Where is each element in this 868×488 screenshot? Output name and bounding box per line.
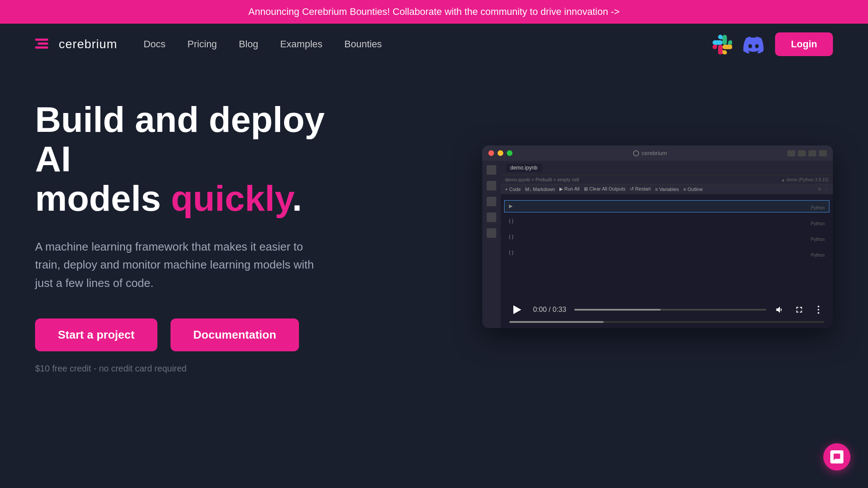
login-button[interactable]: Login bbox=[775, 32, 833, 56]
progress-fill bbox=[574, 309, 661, 311]
logo-text: cerebrium bbox=[59, 37, 117, 51]
svg-point-4 bbox=[818, 306, 819, 308]
credit-text: $10 free credit - no credit card require… bbox=[35, 364, 351, 374]
python-version: ▲ demo (Python 3.9.15) bbox=[781, 177, 829, 182]
ide-tab-active[interactable]: demo.ipynb bbox=[506, 163, 542, 172]
nav-link-bounties[interactable]: Bounties bbox=[345, 39, 382, 50]
cell-run-btn-1[interactable]: ▶ bbox=[509, 203, 512, 209]
ide-area: demo.ipynb demo.ipynb > Prebuilt > empty… bbox=[482, 161, 833, 328]
svg-rect-1 bbox=[38, 42, 48, 45]
cell-lang-1: Python bbox=[811, 205, 825, 210]
chat-icon bbox=[830, 450, 843, 463]
code-line-2 bbox=[517, 218, 807, 226]
window-ctrl-1 bbox=[787, 150, 795, 156]
play-icon bbox=[513, 305, 521, 314]
toolbar-restart[interactable]: ↺ Restart bbox=[630, 186, 651, 192]
video-full-progress[interactable] bbox=[509, 321, 824, 323]
ide-sidebar-icon-2 bbox=[487, 181, 496, 191]
svg-point-5 bbox=[818, 309, 819, 311]
toolbar-outline[interactable]: ≡ Outline bbox=[683, 187, 703, 192]
svg-point-3 bbox=[633, 151, 639, 156]
video-progress-played bbox=[509, 321, 604, 323]
breadcrumb: demo.ipynb > Prebuilt > empty cell bbox=[505, 177, 579, 182]
cell-brackets-4: { } bbox=[509, 250, 513, 255]
svg-point-6 bbox=[818, 312, 819, 314]
window-ctrl-3 bbox=[808, 150, 816, 156]
demo-window: cerebrium bbox=[482, 145, 833, 328]
toolbar-code[interactable]: + Code bbox=[505, 187, 521, 192]
video-progress-bar[interactable] bbox=[574, 309, 766, 311]
nav-links: Docs Pricing Blog Examples Bounties bbox=[143, 39, 382, 50]
chat-widget[interactable] bbox=[823, 443, 850, 470]
ide-sidebar bbox=[482, 161, 501, 328]
window-ctrl-2 bbox=[798, 150, 806, 156]
hero-demo: cerebrium bbox=[482, 145, 833, 328]
window-controls bbox=[787, 150, 827, 156]
breadcrumb-bar: demo.ipynb > Prebuilt > empty cell ▲ dem… bbox=[501, 175, 833, 184]
ide-tabs: demo.ipynb bbox=[501, 161, 833, 175]
cell-lang-3: Python bbox=[811, 237, 825, 242]
cell-brackets-3: { } bbox=[509, 234, 513, 239]
time-display: 0:00 / 0:33 bbox=[533, 306, 566, 314]
window-title: cerebrium bbox=[633, 150, 667, 156]
nav-link-blog[interactable]: Blog bbox=[239, 39, 258, 50]
hero-buttons: Start a project Documentation bbox=[35, 318, 351, 351]
hero-title-highlight: quickly bbox=[171, 178, 292, 218]
cell-brackets-2: { } bbox=[509, 218, 513, 223]
volume-icon[interactable] bbox=[774, 304, 786, 315]
toolbar-clear-outputs[interactable]: ⊠ Clear All Outputs bbox=[584, 186, 626, 192]
hero-content: Build and deploy AI models quickly. A ma… bbox=[35, 100, 351, 374]
ide-code-area: ▶ Python { } Python { } bbox=[501, 194, 833, 295]
ide-toolbar: + Code M↓ Markdown ▶ Run All ⊠ Clear All… bbox=[501, 184, 833, 194]
hero-section: Build and deploy AI models quickly. A ma… bbox=[0, 65, 868, 400]
announcement-banner[interactable]: Announcing Cerebrium Bounties! Collabora… bbox=[0, 0, 868, 24]
nav-link-docs[interactable]: Docs bbox=[143, 39, 165, 50]
documentation-button[interactable]: Documentation bbox=[171, 318, 299, 351]
navbar-right: Login bbox=[712, 32, 833, 56]
window-titlebar: cerebrium bbox=[482, 145, 833, 161]
fullscreen-icon[interactable] bbox=[793, 304, 805, 315]
navbar-left: cerebrium Docs Pricing Blog Examples Bou… bbox=[35, 37, 382, 52]
hero-description: A machine learning framework that makes … bbox=[35, 238, 316, 293]
dot-green bbox=[507, 150, 512, 156]
logo-icon bbox=[35, 37, 53, 52]
more-options-icon[interactable] bbox=[813, 304, 824, 315]
cell-lang-2: Python bbox=[811, 221, 825, 226]
nav-link-examples[interactable]: Examples bbox=[280, 39, 323, 50]
toolbar-run-all[interactable]: ▶ Run All bbox=[559, 186, 580, 192]
window-ctrl-4 bbox=[819, 150, 827, 156]
ide-sidebar-icon-3 bbox=[487, 197, 496, 206]
discord-icon[interactable] bbox=[743, 33, 765, 55]
video-progress-row bbox=[501, 321, 833, 328]
code-line-1 bbox=[516, 202, 808, 210]
ide-sidebar-icon-4 bbox=[487, 212, 496, 222]
code-cell-4[interactable]: { } Python bbox=[504, 248, 829, 260]
play-button[interactable] bbox=[509, 302, 525, 318]
nav-link-pricing[interactable]: Pricing bbox=[188, 39, 217, 50]
toolbar-markdown[interactable]: M↓ Markdown bbox=[525, 187, 555, 192]
dot-yellow bbox=[498, 150, 503, 156]
logo[interactable]: cerebrium bbox=[35, 37, 117, 52]
cell-lang-4: Python bbox=[811, 253, 825, 258]
code-line-3 bbox=[517, 234, 807, 242]
code-line-4 bbox=[517, 250, 807, 258]
ide-sidebar-icon-5 bbox=[487, 228, 496, 238]
hero-title-line1: Build and deploy AI bbox=[35, 99, 325, 179]
window-dots bbox=[488, 150, 512, 156]
slack-icon[interactable] bbox=[712, 34, 732, 54]
navbar: cerebrium Docs Pricing Blog Examples Bou… bbox=[0, 24, 868, 65]
ide-main-content: demo.ipynb demo.ipynb > Prebuilt > empty… bbox=[501, 161, 833, 328]
toolbar-variables[interactable]: ≡ Variables bbox=[655, 187, 679, 192]
code-cell-2[interactable]: { } Python bbox=[504, 216, 829, 228]
svg-rect-0 bbox=[35, 39, 48, 41]
announcement-text: Announcing Cerebrium Bounties! Collabora… bbox=[249, 6, 620, 17]
hero-title: Build and deploy AI models quickly. bbox=[35, 100, 351, 219]
svg-rect-2 bbox=[35, 46, 48, 49]
hero-title-line2: models quickly. bbox=[35, 178, 302, 218]
code-cell-3[interactable]: { } Python bbox=[504, 232, 829, 244]
start-project-button[interactable]: Start a project bbox=[35, 318, 157, 351]
ide-sidebar-icon-1 bbox=[487, 165, 496, 175]
toolbar-right-icons: ⚙ ⋮ bbox=[818, 187, 829, 191]
code-cell-1[interactable]: ▶ Python bbox=[504, 200, 829, 212]
video-controls: 0:00 / 0:33 bbox=[501, 295, 833, 321]
